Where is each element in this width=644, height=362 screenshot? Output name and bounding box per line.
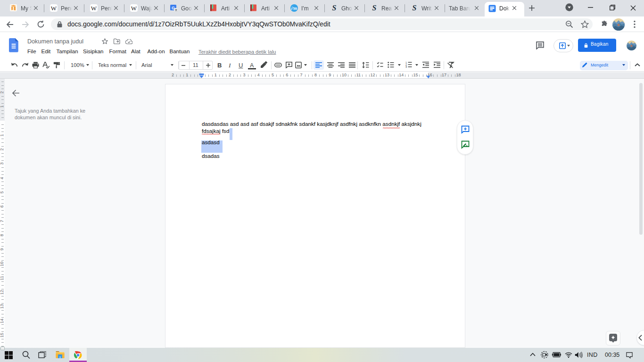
svg-text:3: 3 [405,66,407,68]
svg-text:W: W [91,5,97,12]
svg-text:S: S [372,4,377,12]
svg-text:W: W [131,5,137,12]
svg-text:W: W [51,5,57,12]
svg-text:S: S [332,4,337,12]
svg-text:i’m: i’m [291,6,297,11]
svg-text:S: S [413,4,417,12]
